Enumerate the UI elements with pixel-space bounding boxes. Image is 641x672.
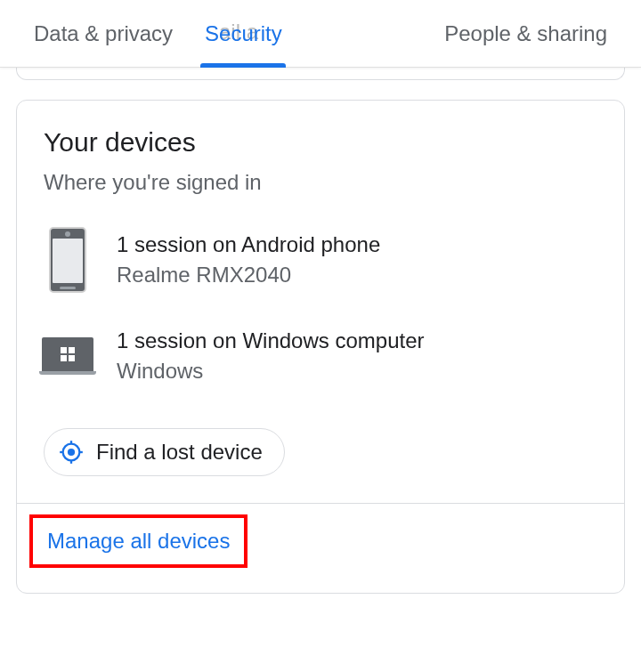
highlight-annotation: Manage all devices [29,514,247,568]
device-session-title: 1 session on Windows computer [117,328,425,353]
svg-point-1 [68,449,75,456]
card-subtitle: Where you're signed in [44,170,597,195]
tab-people-sharing[interactable]: People & sharing [428,0,623,67]
find-device-label: Find a lost device [96,440,263,465]
device-info: 1 session on Windows computer Windows [117,328,425,384]
tab-label: Security [205,21,282,46]
your-devices-card: Your devices Where you're signed in 1 se… [16,100,625,594]
device-info: 1 session on Android phone Realme RMX204… [117,232,380,287]
manage-all-devices-link[interactable]: Manage all devices [47,529,230,553]
card-body: Your devices Where you're signed in 1 se… [17,101,624,503]
tab-label: People & sharing [444,21,607,46]
device-name: Realme RMX2040 [117,263,380,287]
device-name: Windows [117,359,425,384]
phone-icon [44,229,92,291]
card-title: Your devices [44,127,597,158]
device-row[interactable]: 1 session on Android phone Realme RMX204… [44,229,597,291]
tab-security[interactable]: Security [189,0,298,67]
locate-icon [59,440,84,465]
tab-label: Data & privacy [34,21,173,46]
device-session-title: 1 session on Android phone [117,232,380,257]
windows-logo-icon [61,347,75,361]
find-lost-device-button[interactable]: Find a lost device [44,428,285,476]
tabs-nav: ail a Data & privacy Security People & s… [0,0,641,68]
laptop-icon [44,325,92,387]
tab-data-privacy[interactable]: Data & privacy [18,0,189,67]
device-row[interactable]: 1 session on Windows computer Windows [44,325,597,387]
prev-card-edge [16,68,625,80]
card-footer: Manage all devices [17,503,624,593]
